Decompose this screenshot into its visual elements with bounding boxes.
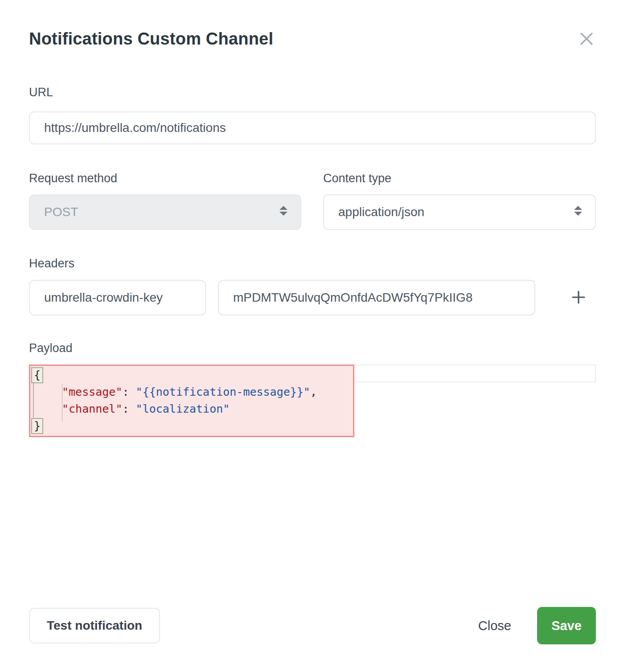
content-type-select[interactable]: application/json — [323, 194, 596, 230]
json-value: "{{notification-message}}" — [136, 385, 310, 398]
json-value: "localization" — [136, 402, 230, 415]
code-line-2: "message": "{{notification-message}}", — [30, 384, 353, 401]
payload-label: Payload — [29, 341, 73, 355]
request-method-value: POST — [44, 205, 78, 219]
add-header-button[interactable] — [564, 280, 593, 316]
header-key-input[interactable] — [29, 280, 206, 316]
json-key: "channel" — [62, 402, 122, 415]
sort-arrows-icon — [278, 205, 289, 220]
code-line-1: { — [30, 367, 353, 384]
request-method-select: POST — [29, 194, 301, 230]
close-button[interactable]: Close — [478, 619, 511, 633]
content-type-value: application/json — [338, 205, 424, 219]
payload-editor[interactable]: { "message": "{{notification-message}}",… — [29, 365, 596, 436]
payload-error-highlight[interactable]: { "message": "{{notification-message}}",… — [29, 365, 354, 437]
request-method-label: Request method — [29, 172, 117, 185]
matching-bracket: { — [31, 367, 43, 383]
close-dialog-button[interactable] — [577, 29, 596, 49]
x-icon — [579, 31, 595, 48]
url-label: URL — [29, 86, 53, 99]
json-key: "message" — [62, 385, 122, 398]
content-type-label: Content type — [323, 172, 391, 185]
matching-bracket: } — [31, 418, 43, 434]
page-title: Notifications Custom Channel — [29, 29, 273, 49]
dialog-footer: Test notification Close Save — [29, 607, 596, 644]
code-line-3: "channel": "localization" — [30, 401, 353, 418]
test-notification-button[interactable]: Test notification — [29, 608, 160, 643]
save-button[interactable]: Save — [537, 607, 596, 644]
sort-arrows-icon — [573, 205, 583, 220]
header-value-input[interactable] — [218, 280, 535, 316]
code-line-4: } — [30, 418, 353, 434]
headers-label: Headers — [29, 257, 74, 270]
plus-icon — [571, 290, 586, 306]
url-input[interactable] — [29, 111, 596, 144]
